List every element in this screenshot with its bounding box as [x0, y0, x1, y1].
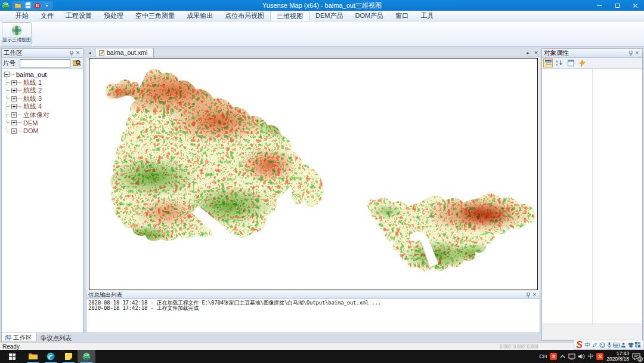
skin-icon[interactable] [627, 341, 634, 349]
tray-ime-indicator[interactable]: 中 [588, 353, 593, 361]
sogou-tray-icon[interactable]: S [550, 353, 557, 360]
sogou-tray-icon-2[interactable]: S [596, 353, 603, 360]
tray-language-indicator[interactable]: CH [539, 353, 547, 359]
menu-tab[interactable]: 三维视图 [270, 11, 309, 21]
tab-close-icon[interactable]: × [532, 48, 540, 57]
locate-image-button[interactable] [72, 59, 82, 67]
property-grid [542, 69, 642, 324]
tree-item-label: DOM [23, 127, 39, 134]
tree-item-row[interactable]: 航线 2 [2, 87, 83, 95]
property-pages-button[interactable] [566, 59, 575, 67]
close-icon[interactable]: × [634, 50, 640, 57]
tree-root-label: baima_out [16, 71, 47, 78]
hidden-icons-chevron[interactable] [560, 355, 565, 358]
title-bar: Yusense Map (x64) - baima_out三维视图 [0, 0, 644, 11]
taskbar-yusense-map[interactable] [78, 350, 95, 363]
close-button[interactable] [626, 0, 644, 11]
windows-taskbar: CH S 中 S 17:43 2020/8/18 3 [0, 350, 644, 363]
close-icon[interactable]: × [75, 50, 81, 57]
properties-panel-title: 对象属性 [544, 49, 627, 57]
network-icon[interactable] [568, 353, 575, 359]
panel-tab[interactable]: 工作区 [1, 333, 36, 342]
document-tab[interactable]: baima_out.xml [95, 48, 154, 57]
pin-icon[interactable] [627, 50, 634, 57]
expand-icon[interactable] [11, 128, 17, 134]
tray-date: 2020/8/18 [606, 356, 629, 362]
maximize-button[interactable] [608, 0, 626, 11]
expand-icon[interactable] [11, 112, 17, 118]
tab-scroll-left-icon[interactable]: ◂ [86, 48, 94, 57]
menu-tab[interactable]: 空中三角测量 [129, 11, 181, 21]
menu-tab[interactable]: 点位布局视图 [219, 11, 270, 21]
ime-mode-indicator[interactable]: 中 [584, 341, 591, 349]
tree-item-row[interactable]: DOM [2, 127, 83, 136]
ribbon-tab-bar: 开始文件工程设置预处理空中三角测量成果输出点位布局视图三维视图DEM产品DOM产… [0, 11, 644, 21]
sticky-notes-icon [65, 353, 72, 360]
categorized-view-button[interactable] [543, 59, 553, 67]
minimize-button[interactable] [590, 0, 608, 11]
tree-item-row[interactable]: 立体像对 [2, 111, 83, 119]
tree-item-label: DEM [23, 119, 38, 127]
tree-item-label: 立体像对 [23, 110, 49, 119]
tree-item-row[interactable]: DEM [2, 119, 83, 127]
action-center-icon[interactable]: 3 [632, 352, 642, 361]
menu-tab[interactable]: DOM产品 [349, 11, 389, 21]
file-explorer-icon [29, 353, 38, 360]
menu-tab[interactable]: DEM产品 [309, 11, 349, 21]
panel-tab[interactable]: 争议点列表 [37, 333, 76, 342]
expand-icon[interactable] [11, 80, 17, 85]
menu-tab[interactable]: 窗口 [389, 11, 414, 21]
tree-root-row[interactable]: baima_out [2, 70, 83, 79]
account-icon[interactable] [620, 341, 627, 349]
save-button[interactable] [24, 2, 32, 10]
sogou-logo-icon[interactable]: S [575, 340, 584, 349]
sogou-ime-bar: S 中 [574, 340, 644, 350]
menu-tab[interactable]: 开始 [10, 11, 35, 21]
sort-alphabetical-button[interactable]: AZ [555, 59, 564, 67]
pin-icon[interactable] [68, 50, 75, 57]
log-panel: 信息输出列表 × 2020-08-18 17:42:18 - 正在加载工程文件 … [86, 291, 540, 333]
taskbar-sticky-notes[interactable] [60, 350, 78, 363]
expand-icon[interactable] [11, 88, 17, 93]
pause-button[interactable] [33, 2, 41, 10]
close-icon[interactable]: × [531, 292, 538, 299]
open-project-button[interactable] [14, 2, 22, 10]
property-description-box [542, 324, 642, 340]
emoji-icon[interactable] [599, 341, 605, 349]
tree-item-row[interactable]: 航线 3 [2, 95, 83, 103]
menu-tab[interactable]: 文件 [35, 11, 60, 21]
expand-icon[interactable] [11, 96, 17, 101]
expand-icon[interactable] [11, 104, 17, 109]
menu-tab[interactable]: 成果输出 [181, 11, 219, 21]
show-3d-view-button[interactable]: 显示三维视图 [2, 22, 32, 45]
menu-tab[interactable]: 预处理 [98, 11, 129, 21]
object-properties-panel: 对象属性 × AZ [541, 48, 643, 341]
status-bar: Ready 0.000 0.000 0.000 [0, 342, 644, 350]
tab-scroll-right-icon[interactable]: ▸ [524, 48, 532, 57]
tray-clock[interactable]: 17:43 2020/8/18 [606, 351, 629, 362]
expand-icon[interactable] [11, 120, 17, 125]
lightning-icon[interactable] [577, 59, 587, 67]
menu-tab[interactable]: 工具 [414, 11, 439, 21]
volume-icon[interactable] [578, 353, 585, 359]
pen-icon[interactable] [592, 341, 598, 349]
3d-viewport[interactable] [86, 57, 540, 291]
qat-customize-chevron-icon[interactable] [43, 2, 51, 10]
terrain-view[interactable] [89, 58, 538, 290]
sheet-number-input[interactable] [20, 59, 70, 67]
notification-count-badge: 3 [637, 356, 643, 362]
workspace-panel-title: 工作区 [4, 49, 68, 57]
menu-tab[interactable]: 工程设置 [60, 11, 98, 21]
tree-item-row[interactable]: 航线 1 [2, 79, 83, 87]
taskbar-file-explorer[interactable] [24, 350, 42, 363]
yusense-taskbar-icon [82, 352, 91, 361]
keyboard-icon[interactable] [613, 341, 620, 349]
svg-text:Z: Z [556, 63, 558, 66]
start-button[interactable] [0, 350, 24, 363]
tree-item-row[interactable]: 航线 4 [2, 103, 83, 111]
pin-icon[interactable] [525, 292, 531, 299]
taskbar-edge[interactable] [42, 350, 60, 363]
toolbox-grid-icon[interactable] [634, 341, 641, 349]
mic-icon[interactable] [606, 341, 612, 349]
workspace-panel: 工作区 × 片号 baima_out [1, 48, 83, 333]
